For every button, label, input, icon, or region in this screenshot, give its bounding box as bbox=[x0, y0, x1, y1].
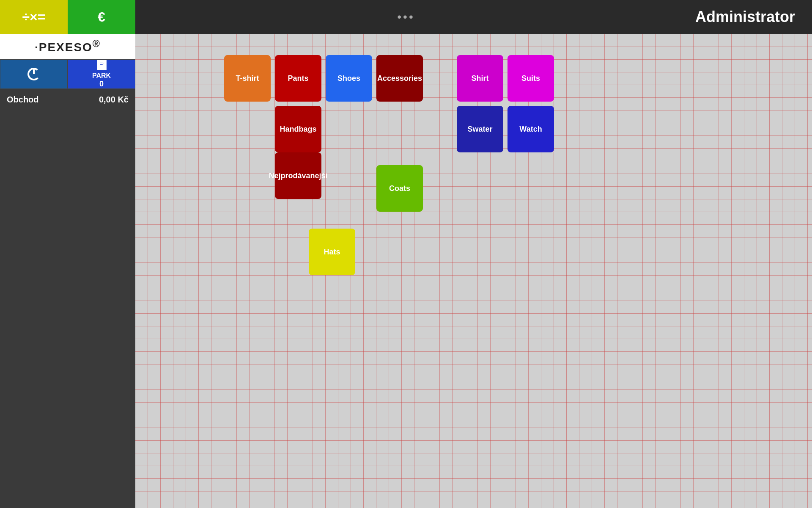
power-button[interactable] bbox=[0, 59, 68, 89]
park-button[interactable]: 🅿 PARK 0 bbox=[68, 59, 135, 89]
sidebar: ÷×= € ·PEXESO® 🅿 PARK 0 Obchod 0,00 Kč bbox=[0, 0, 135, 508]
logo-area: ·PEXESO® bbox=[0, 34, 135, 59]
euro-button[interactable]: € bbox=[68, 0, 135, 34]
category-button-coats[interactable]: Coats bbox=[376, 165, 423, 212]
power-park-row: 🅿 PARK 0 bbox=[0, 59, 135, 89]
category-button-hats[interactable]: Hats bbox=[309, 229, 355, 275]
obchod-label: Obchod bbox=[7, 95, 39, 105]
category-button-accessories[interactable]: Accessories bbox=[376, 55, 423, 102]
admin-label: Administrator bbox=[695, 8, 795, 26]
park-label: PARK bbox=[92, 72, 111, 80]
category-button-shoes[interactable]: Shoes bbox=[326, 55, 372, 102]
category-button-nejprod[interactable]: Nejprodávanejší bbox=[275, 152, 321, 199]
obchod-row: Obchod 0,00 Kč bbox=[0, 89, 135, 110]
park-count: 0 bbox=[99, 80, 104, 88]
category-button-swater[interactable]: Swater bbox=[457, 106, 503, 152]
obchod-value: 0,00 Kč bbox=[99, 95, 129, 105]
category-button-shirt[interactable]: Shirt bbox=[457, 55, 503, 102]
sidebar-top-buttons: ÷×= € bbox=[0, 0, 135, 34]
park-icon: 🅿 bbox=[97, 60, 106, 71]
logo: ·PEXESO® bbox=[35, 38, 101, 54]
power-icon bbox=[26, 66, 41, 82]
category-button-suits[interactable]: Suits bbox=[508, 55, 554, 102]
category-button-handbags[interactable]: Handbags bbox=[275, 106, 321, 152]
calculator-button[interactable]: ÷×= bbox=[0, 0, 68, 34]
header-dots: ••• bbox=[397, 10, 414, 24]
category-button-watch[interactable]: Watch bbox=[508, 106, 554, 152]
category-button-tshirt[interactable]: T-shirt bbox=[224, 55, 271, 102]
category-button-pants[interactable]: Pants bbox=[275, 55, 321, 102]
main-area: T-shirtPantsShoesAccessoriesShirtSuitsHa… bbox=[135, 34, 812, 508]
